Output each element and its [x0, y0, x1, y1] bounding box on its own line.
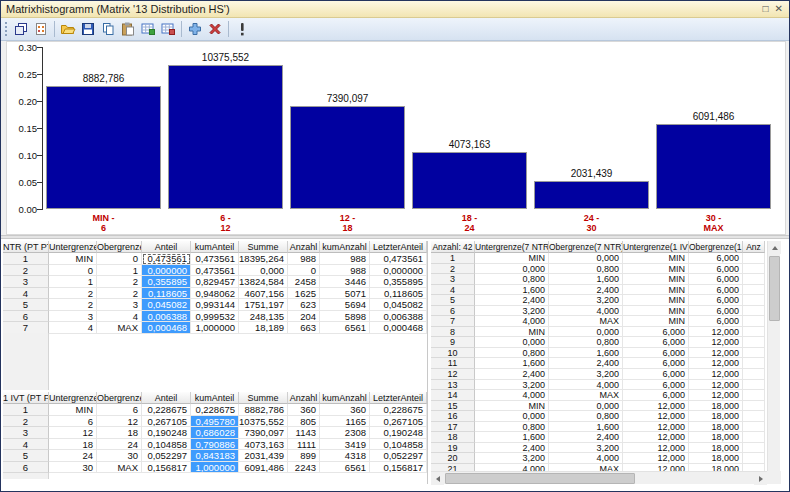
table-cell[interactable]: 2243: [288, 462, 320, 474]
table-cell[interactable]: [743, 464, 765, 471]
table-cell[interactable]: 2: [97, 288, 142, 300]
table-cell[interactable]: 623: [288, 299, 320, 311]
table-cell[interactable]: 0: [49, 265, 97, 277]
row-number[interactable]: 2: [431, 264, 475, 275]
table-cell[interactable]: 1165: [320, 416, 370, 428]
table-cell[interactable]: [743, 432, 765, 443]
table-cell[interactable]: [743, 422, 765, 433]
row-number[interactable]: 11: [431, 358, 475, 369]
table-cell[interactable]: 12: [49, 427, 97, 439]
table-cell[interactable]: MIN: [623, 295, 689, 306]
table-cell[interactable]: 3,200: [475, 453, 549, 464]
row-number[interactable]: 1: [431, 253, 475, 264]
table-cell[interactable]: 18,000: [689, 432, 743, 443]
table-cell[interactable]: 6,000: [689, 253, 743, 264]
table-cell[interactable]: 4,000: [549, 453, 623, 464]
table-cell[interactable]: MAX: [97, 322, 142, 334]
table-cell[interactable]: 3: [49, 311, 97, 323]
table-cell[interactable]: 0,190248: [142, 427, 191, 439]
table-cell[interactable]: 4,000: [475, 316, 549, 327]
maximize-button[interactable]: □: [763, 3, 769, 15]
row-number[interactable]: 8: [431, 327, 475, 338]
table-cell[interactable]: 12,000: [623, 432, 689, 443]
table-cell[interactable]: MIN: [475, 253, 549, 264]
row-number[interactable]: 15: [431, 401, 475, 412]
table-cell[interactable]: 0,104858: [370, 439, 427, 451]
table-cell[interactable]: 12,000: [623, 411, 689, 422]
table-cell[interactable]: [743, 348, 765, 359]
table-cell[interactable]: 6091,486: [239, 462, 288, 474]
table-cell[interactable]: 3,200: [549, 443, 623, 454]
table-cell[interactable]: 0,000: [475, 264, 549, 275]
table-cell[interactable]: 0,190248: [370, 427, 427, 439]
table-cell[interactable]: 0,800: [475, 348, 549, 359]
table-cell[interactable]: 0,800: [475, 274, 549, 285]
table-cell[interactable]: 0,267105: [370, 416, 427, 428]
table-cell[interactable]: 1111: [288, 439, 320, 451]
table-cell[interactable]: 4073,163: [239, 439, 288, 451]
table-cell[interactable]: 18,000: [689, 422, 743, 433]
table-cell[interactable]: 2,400: [549, 358, 623, 369]
table-cell[interactable]: 1,600: [475, 358, 549, 369]
table-cell[interactable]: MIN: [623, 274, 689, 285]
table-cell[interactable]: 2: [49, 299, 97, 311]
row-number[interactable]: 6: [431, 306, 475, 317]
copy-matrix-icon[interactable]: [11, 19, 31, 39]
table-cell[interactable]: [743, 264, 765, 275]
table-cell[interactable]: 18395,264: [239, 253, 288, 265]
table-cell[interactable]: 6,000: [689, 274, 743, 285]
row-number[interactable]: 1: [3, 404, 49, 416]
table-cell[interactable]: 988: [320, 253, 370, 265]
table-cell[interactable]: 0,118605: [142, 288, 191, 300]
table-cell[interactable]: 4318: [320, 450, 370, 462]
table-cell[interactable]: 4607,156: [239, 288, 288, 300]
table-cell[interactable]: 6,000: [623, 369, 689, 380]
table-cell[interactable]: 1,600: [475, 432, 549, 443]
table-cell[interactable]: [743, 453, 765, 464]
table-cell[interactable]: 1143: [288, 427, 320, 439]
table-cell[interactable]: 18,000: [689, 453, 743, 464]
table-cell[interactable]: MIN: [49, 404, 97, 416]
table-cell[interactable]: 988: [320, 265, 370, 277]
table-cell[interactable]: 0,473561: [191, 253, 239, 265]
table-cell[interactable]: 4: [97, 311, 142, 323]
vertical-scroll-thumb[interactable]: [769, 256, 780, 321]
table-cell[interactable]: 12,000: [623, 453, 689, 464]
table-cell[interactable]: 12,000: [689, 380, 743, 391]
table-cell[interactable]: 4,000: [549, 306, 623, 317]
table-cell[interactable]: [743, 274, 765, 285]
table-cell[interactable]: 12,000: [689, 358, 743, 369]
table-cell[interactable]: 2308: [320, 427, 370, 439]
table-cell[interactable]: [743, 337, 765, 348]
pane-divider[interactable]: [427, 241, 428, 484]
table-cell[interactable]: 0,999532: [191, 311, 239, 323]
row-number[interactable]: 7: [3, 322, 49, 334]
table-cell[interactable]: 13824,584: [239, 276, 288, 288]
table-cell[interactable]: 3,200: [549, 369, 623, 380]
table-cell[interactable]: 12: [97, 416, 142, 428]
table-cell[interactable]: 18,000: [689, 443, 743, 454]
row-number[interactable]: 2: [3, 416, 49, 428]
row-number[interactable]: 6: [3, 462, 49, 474]
vertical-scrollbar[interactable]: [767, 241, 780, 484]
table-cell[interactable]: MAX: [97, 462, 142, 474]
table-cell[interactable]: 0,686028: [191, 427, 239, 439]
row-number[interactable]: 7: [431, 316, 475, 327]
table-cell[interactable]: MIN: [623, 306, 689, 317]
table-cell[interactable]: 0,228675: [142, 404, 191, 416]
table-cell[interactable]: 6,000: [689, 285, 743, 296]
table-cell[interactable]: 18: [97, 427, 142, 439]
table-cell[interactable]: [743, 369, 765, 380]
delete-icon[interactable]: [205, 19, 225, 39]
table-cell[interactable]: 6,000: [689, 316, 743, 327]
table-cell[interactable]: MIN: [475, 401, 549, 412]
table-cell[interactable]: 0,843183: [191, 450, 239, 462]
table-cell[interactable]: 360: [288, 404, 320, 416]
table-cell[interactable]: [743, 327, 765, 338]
row-number[interactable]: 5: [431, 295, 475, 306]
table-cell[interactable]: [743, 411, 765, 422]
table-cell[interactable]: 3,200: [549, 295, 623, 306]
table-cell[interactable]: 12,000: [689, 327, 743, 338]
scroll-right-button[interactable]: [754, 472, 767, 485]
table-cell[interactable]: 18,000: [689, 401, 743, 412]
